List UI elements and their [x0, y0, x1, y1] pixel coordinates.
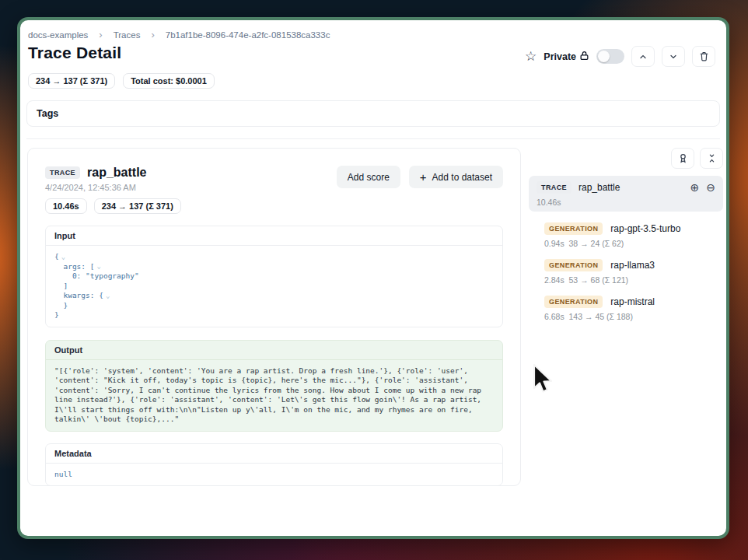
tree-trace-latency: 10.46s [537, 198, 715, 207]
generation-type-badge: GENERATION [544, 259, 603, 271]
scores-button[interactable] [671, 148, 694, 169]
breadcrumb-trace-id[interactable]: 7b1af1be-8096-474e-a2fc-081538ca333c [166, 30, 330, 40]
chevron-down-icon [669, 52, 678, 61]
breadcrumb-traces[interactable]: Traces [114, 30, 141, 40]
chevron-right-icon: › [99, 29, 102, 40]
metadata-value: null [46, 464, 502, 486]
json-line: kwargs: {⌄ [54, 291, 494, 301]
previous-trace-button[interactable] [631, 46, 655, 67]
tags-label: Tags [37, 108, 58, 119]
generation-stats: 6.68s 143 → 45 (Σ 188) [544, 312, 723, 321]
input-section: Input {⌄ args: [⌄ 0: "typography" ] kwar… [45, 226, 503, 327]
public-toggle[interactable] [596, 49, 624, 64]
json-line: } [54, 310, 494, 320]
json-line: ] [54, 282, 494, 292]
trace-type-badge: TRACE [537, 181, 571, 194]
tree-item-trace[interactable]: TRACE rap_battle ⊕ ⊖ 10.46s [529, 176, 723, 212]
chevron-right-icon: › [151, 29, 154, 40]
fold-vertical-icon [707, 153, 717, 163]
circle-minus-icon[interactable]: ⊖ [706, 182, 715, 193]
chevron-down-icon[interactable]: ⌄ [106, 292, 110, 299]
toggle-knob [598, 51, 610, 62]
json-line: } [54, 301, 494, 311]
json-line: args: [⌄ [54, 262, 494, 272]
trace-name: rap_battle [87, 166, 146, 180]
json-line: 0: "typography" [54, 271, 494, 282]
medal-icon [678, 153, 688, 163]
chevron-up-icon [638, 52, 648, 61]
tree-item-generation[interactable]: GENERATION rap-gpt-3.5-turbo 0.94s 38 → … [544, 222, 723, 248]
page-title: Trace Detail [28, 44, 121, 62]
add-to-dataset-button[interactable]: + Add to dataset [409, 166, 503, 188]
add-to-dataset-label: Add to dataset [432, 172, 492, 183]
generation-stats: 2.84s 53 → 68 (Σ 121) [544, 275, 723, 285]
trace-type-badge: TRACE [45, 166, 80, 179]
token-usage-badge: 234 → 137 (Σ 371) [94, 198, 181, 214]
header-actions: ☆ Private [525, 46, 715, 67]
header-badge-row: 234 → 137 (Σ 371) Total cost: $0.0001 [28, 73, 215, 89]
privacy-label: Private [544, 51, 576, 62]
input-header: Input [46, 226, 502, 246]
chevron-down-icon[interactable]: ⌄ [61, 254, 65, 261]
total-cost-badge: Total cost: $0.0001 [123, 73, 215, 89]
token-usage-badge: 234 → 137 (Σ 371) [28, 73, 115, 89]
generation-name: rap-gpt-3.5-turbo [610, 223, 680, 234]
circle-plus-icon[interactable]: ⊕ [690, 182, 700, 193]
generation-name: rap-llama3 [610, 260, 655, 271]
chevron-down-icon[interactable]: ⌄ [96, 263, 100, 270]
trace-identity: TRACE rap_battle 4/24/2024, 12:45:36 AM … [45, 166, 181, 214]
plus-icon: + [420, 171, 427, 183]
input-json: {⌄ args: [⌄ 0: "typography" ] kwargs: {⌄… [46, 246, 502, 327]
generation-stats: 0.94s 38 → 24 (Σ 62) [544, 239, 723, 248]
bookmark-star-icon[interactable]: ☆ [525, 50, 537, 63]
privacy-control: Private [544, 51, 589, 63]
metadata-header: Metadata [46, 444, 502, 464]
trace-timestamp: 4/24/2024, 12:45:36 AM [45, 183, 181, 192]
trace-detail-card: TRACE rap_battle 4/24/2024, 12:45:36 AM … [27, 148, 521, 486]
breadcrumb-project[interactable]: docs-examples [28, 30, 88, 40]
lock-icon [579, 51, 589, 63]
app-window: docs-examples › Traces › 7b1af1be-8096-4… [17, 17, 729, 539]
metadata-section: Metadata null [45, 443, 503, 487]
tree-toolbar [529, 148, 723, 169]
output-text: "[{'role': 'system', 'content': 'You are… [46, 360, 502, 431]
tree-item-generation[interactable]: GENERATION rap-mistral 6.68s 143 → 45 (Σ… [544, 296, 723, 321]
json-line: {⌄ [54, 252, 494, 262]
generation-type-badge: GENERATION [544, 222, 603, 235]
output-section: Output "[{'role': 'system', 'content': '… [45, 340, 503, 432]
delete-trace-button[interactable] [692, 46, 715, 67]
add-score-button[interactable]: Add score [337, 166, 400, 188]
tree-trace-name: rap_battle [578, 182, 683, 193]
collapse-all-button[interactable] [700, 148, 723, 169]
generation-type-badge: GENERATION [544, 296, 603, 308]
trace-card-header: TRACE rap_battle 4/24/2024, 12:45:36 AM … [45, 166, 503, 214]
trash-icon [699, 51, 709, 61]
latency-badge: 10.46s [45, 198, 87, 214]
tree-item-generation[interactable]: GENERATION rap-llama3 2.84s 53 → 68 (Σ 1… [544, 259, 723, 285]
observation-tree: TRACE rap_battle ⊕ ⊖ 10.46s GENERATION r… [529, 148, 723, 321]
tags-section[interactable]: Tags [26, 100, 720, 127]
generation-name: rap-mistral [610, 296, 655, 307]
divider [26, 138, 720, 139]
breadcrumb: docs-examples › Traces › 7b1af1be-8096-4… [28, 29, 330, 40]
next-trace-button[interactable] [662, 46, 685, 67]
output-header: Output [46, 341, 502, 360]
trace-card-actions: Add score + Add to dataset [337, 166, 503, 188]
